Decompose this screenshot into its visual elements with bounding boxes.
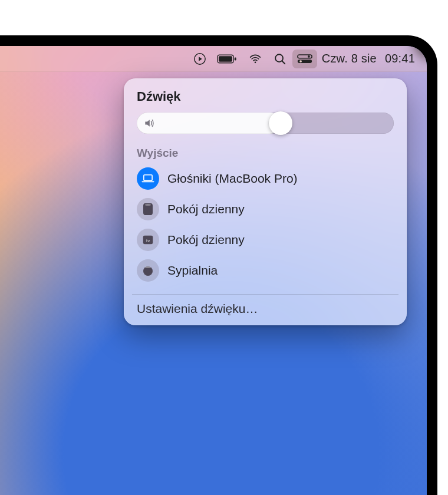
output-appletv-living[interactable]: tv Pokój dzienny [131,225,400,255]
homepod-mini-icon [137,259,159,282]
laptop-icon [137,167,159,190]
sound-panel: Dźwięk Wyjście [124,78,407,325]
menu-bar: Czw. 8 sie 09:41 [0,46,427,72]
battery-icon [217,54,237,64]
svg-rect-3 [235,57,236,60]
panel-title: Dźwięk [124,89,407,110]
battery-menu[interactable] [212,50,242,68]
svg-point-16 [145,266,151,268]
wifi-menu[interactable] [243,50,268,68]
menubar-date[interactable]: Czw. 8 sie [318,50,380,68]
svg-point-4 [254,61,256,63]
slider-fill [137,113,281,134]
laptop-frame: Czw. 8 sie 09:41 Dźwięk Wyjście [0,35,437,495]
output-homepod-living[interactable]: Pokój dzienny [131,194,400,225]
output-list: Głośniki (MacBook Pro) Pokój dzienny [124,163,407,291]
output-label: Głośniki (MacBook Pro) [167,171,298,186]
control-center-menu[interactable] [292,50,317,68]
svg-rect-11 [144,175,152,181]
svg-rect-2 [219,56,232,61]
slider-knob[interactable] [269,111,292,135]
panel-divider [132,294,398,295]
volume-slider[interactable] [137,113,394,134]
menubar-time[interactable]: 09:41 [381,50,419,68]
homepod-icon [137,198,159,220]
now-playing-menu[interactable] [189,50,211,68]
svg-text:tv: tv [146,238,150,243]
output-homepod-bedroom[interactable]: Sypialnia [131,255,400,286]
output-section-label: Wyjście [124,144,407,163]
desktop-wallpaper: Czw. 8 sie 09:41 Dźwięk Wyjście [0,46,427,495]
output-label: Sypialnia [167,263,218,278]
output-label: Pokój dzienny [167,233,245,247]
svg-line-6 [282,61,285,64]
appletv-icon: tv [137,229,159,251]
svg-point-8 [308,55,310,57]
output-macbook-speakers[interactable]: Głośniki (MacBook Pro) [131,163,400,194]
play-circle-icon [193,52,206,65]
output-label: Pokój dzienny [167,202,245,216]
spotlight-menu[interactable] [269,50,291,68]
search-icon [274,52,286,65]
control-center-icon [297,54,312,64]
svg-point-10 [299,60,302,62]
sound-settings-link[interactable]: Ustawienia dźwięku… [124,296,407,319]
svg-point-12 [145,204,151,206]
wifi-icon [248,53,263,65]
volume-icon [143,117,156,129]
